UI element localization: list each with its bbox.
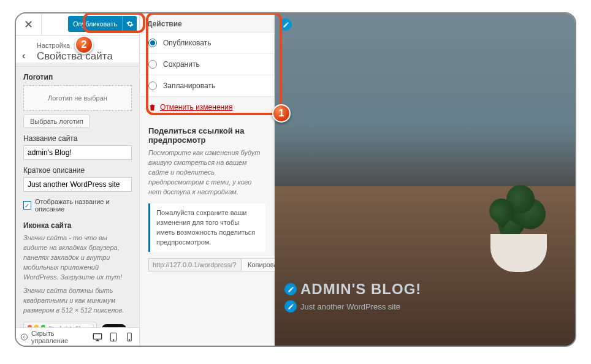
svg-point-7 xyxy=(129,339,129,340)
site-icon-help-2: Значки сайта должны быть квадратными и к… xyxy=(23,286,132,316)
pencil-icon xyxy=(283,21,289,28)
sidebar-topbar: ✕ Опубликовать xyxy=(16,13,139,36)
pencil-icon xyxy=(288,303,294,310)
share-save-notice: Пожалуйста сохраните ваши изменения для … xyxy=(148,203,265,252)
mock-tab-text: admin's Blo xyxy=(55,325,83,327)
favicon-preview-row: admin's Blo ‹ › ⌂ www. xyxy=(23,322,132,328)
radio-icon xyxy=(148,39,157,47)
share-description: Посмотрите как изменения будут вживую см… xyxy=(140,148,274,203)
chevron-left-icon xyxy=(21,333,28,341)
back-button[interactable]: ‹ xyxy=(22,50,25,61)
publish-button-group: Опубликовать xyxy=(68,16,137,32)
customizer-sidebar: ✕ Опубликовать ‹ Настройка Свойства сайт… xyxy=(16,13,140,346)
svg-point-2 xyxy=(21,333,27,339)
preview-plant xyxy=(472,162,564,272)
show-title-label: Отображать название и описание xyxy=(35,198,132,213)
preview-tagline-text: Just another WordPress site xyxy=(300,302,400,311)
trash-icon xyxy=(148,104,156,112)
gear-icon xyxy=(126,20,134,28)
tagline-input[interactable] xyxy=(23,177,132,192)
site-icon-heading: Иконка сайта xyxy=(23,221,132,230)
radio-label: Сохранить xyxy=(163,60,200,69)
annotation-marker-2: 2 xyxy=(75,36,93,54)
collapse-bar: Скрыть управление xyxy=(16,327,139,346)
radio-icon xyxy=(148,60,157,69)
show-title-checkbox-row[interactable]: ✓ Отображать название и описание xyxy=(23,198,132,213)
publish-settings-popout: Действие Опубликовать Сохранить Запланир… xyxy=(140,13,275,346)
select-logo-button[interactable]: Выбрать логотип xyxy=(23,115,90,128)
preview-title-text: ADMIN'S BLOG! xyxy=(300,281,421,298)
radio-icon xyxy=(148,82,157,90)
publish-settings-gear[interactable] xyxy=(122,16,137,32)
radio-label: Опубликовать xyxy=(163,39,211,47)
pencil-icon xyxy=(288,286,294,293)
site-preview: ADMIN'S BLOG! Just another WordPress sit… xyxy=(275,13,575,346)
annotation-marker-1: 1 xyxy=(272,104,291,123)
collapse-label: Скрыть управление xyxy=(31,330,88,344)
discard-label: Отменить изменения xyxy=(160,103,232,112)
traffic-light-yellow-icon xyxy=(34,325,39,328)
action-heading: Действие xyxy=(140,13,274,32)
edit-header-shortcut[interactable] xyxy=(280,18,292,31)
svg-rect-3 xyxy=(93,333,101,339)
traffic-light-red-icon xyxy=(28,325,32,328)
site-name-label: Название сайта xyxy=(23,134,132,143)
browser-mockup: admin's Blo ‹ › ⌂ www. xyxy=(23,322,97,328)
edit-title-shortcut[interactable] xyxy=(284,283,297,295)
preview-site-tagline: Just another WordPress site xyxy=(284,300,421,313)
action-option-schedule[interactable]: Запланировать xyxy=(140,75,274,96)
logo-dropzone[interactable]: Логотип не выбран xyxy=(23,85,132,111)
discard-changes-link[interactable]: Отменить изменения xyxy=(140,97,274,118)
svg-point-5 xyxy=(113,339,113,340)
share-url-row: Копировать xyxy=(148,258,265,271)
tablet-icon[interactable] xyxy=(109,332,118,342)
share-heading: Поделиться ссылкой на предпросмотр xyxy=(140,118,274,148)
preview-site-title: ADMIN'S BLOG! xyxy=(284,281,421,298)
mobile-icon[interactable] xyxy=(124,332,134,342)
action-option-publish[interactable]: Опубликовать xyxy=(140,32,274,54)
checkbox-icon: ✓ xyxy=(23,201,31,210)
edit-tagline-shortcut[interactable] xyxy=(284,300,297,313)
favicon-tab-icon xyxy=(48,326,53,328)
publish-button[interactable]: Опубликовать xyxy=(68,16,122,32)
desktop-icon[interactable] xyxy=(93,332,102,342)
collapse-sidebar-button[interactable]: Скрыть управление xyxy=(21,330,88,344)
radio-label: Запланировать xyxy=(163,82,215,90)
close-button[interactable]: ✕ xyxy=(16,13,42,36)
action-radio-list: Опубликовать Сохранить Запланировать xyxy=(140,32,274,97)
action-option-save[interactable]: Сохранить xyxy=(140,54,274,75)
share-url-input[interactable] xyxy=(148,258,241,271)
tagline-label: Краткое описание xyxy=(23,166,132,175)
site-name-input[interactable] xyxy=(23,145,132,160)
site-icon-help-1: Значки сайта - то что вы видите на вклад… xyxy=(23,233,132,282)
logo-heading: Логотип xyxy=(23,73,132,82)
